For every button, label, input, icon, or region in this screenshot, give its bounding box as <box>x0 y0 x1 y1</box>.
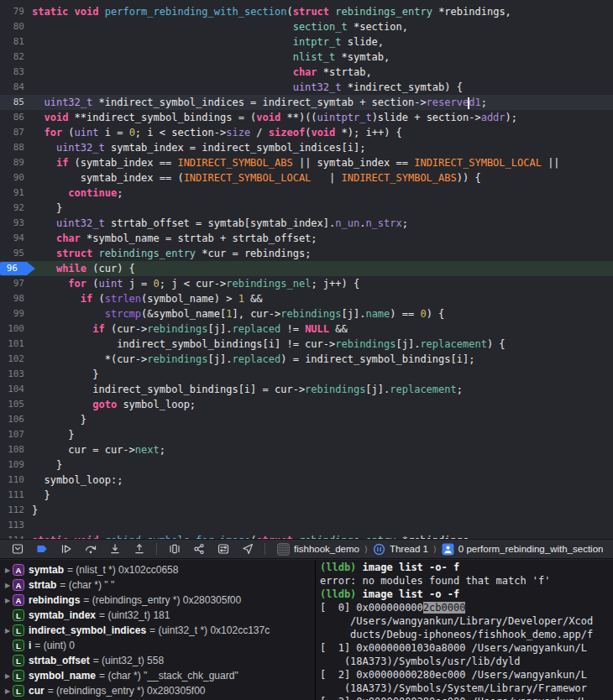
code-line-106[interactable]: 106 } <box>0 412 613 427</box>
code-line-90[interactable]: 90 symtab_index == (INDIRECT_SYMBOL_LOCA… <box>0 170 613 185</box>
line-number[interactable]: 103 <box>0 367 32 382</box>
code-line-92[interactable]: 92 } <box>0 201 613 216</box>
line-number[interactable]: 83 <box>0 65 32 80</box>
line-number[interactable]: 80 <box>0 19 32 34</box>
breakpoints-toggle-icon[interactable] <box>29 541 54 557</box>
line-number[interactable]: 98 <box>0 291 32 306</box>
line-number[interactable]: 114 <box>0 533 32 539</box>
code-line-111[interactable]: 111 } <box>0 488 613 503</box>
code-line-91[interactable]: 91 continue; <box>0 185 613 201</box>
code-line-83[interactable]: 83 char *strtab, <box>0 65 613 80</box>
line-number[interactable]: 86 <box>0 110 32 125</box>
code-line-93[interactable]: 93 uint32_t strtab_offset = symtab[symta… <box>0 216 613 231</box>
code-line-84[interactable]: 84 uint32_t *indirect_symtab) { <box>0 80 613 95</box>
code-line-104[interactable]: 104 indirect_symbol_bindings[i] = cur->r… <box>0 382 613 397</box>
code-line-89[interactable]: 89 if (symtab_index == INDIRECT_SYMBOL_A… <box>0 155 613 170</box>
step-into-icon[interactable] <box>102 541 127 557</box>
disclosure-triangle-icon[interactable]: ▶ <box>3 567 13 574</box>
line-number[interactable]: 110 <box>0 473 32 488</box>
variable-row-strtab_offset[interactable]: Lstrtab_offset= (uint32_t) 558 <box>0 653 315 668</box>
line-number[interactable]: 100 <box>0 321 32 337</box>
code-line-107[interactable]: 107 } <box>0 427 613 442</box>
line-number[interactable]: 85 <box>0 95 32 110</box>
code-line-88[interactable]: 88 uint32_t symtab_index = indirect_symb… <box>0 140 613 155</box>
line-number[interactable]: 104 <box>0 382 32 397</box>
line-number[interactable]: 81 <box>0 34 32 50</box>
line-number[interactable]: 93 <box>0 216 32 231</box>
code-line-108[interactable]: 108 cur = cur->next; <box>0 442 613 457</box>
variable-row-strtab[interactable]: ▶Astrtab= (char *) " " <box>0 577 315 593</box>
code-line-81[interactable]: 81 intptr_t slide, <box>0 34 613 50</box>
simulate-location-icon[interactable] <box>235 541 259 557</box>
line-number[interactable]: 96 <box>0 261 32 276</box>
line-number[interactable]: 97 <box>0 276 32 291</box>
disclosure-triangle-icon[interactable]: ▶ <box>3 582 13 589</box>
step-over-icon[interactable] <box>78 541 102 557</box>
line-number[interactable]: 95 <box>0 246 32 261</box>
line-number[interactable]: 84 <box>0 80 32 95</box>
code-line-105[interactable]: 105 goto symbol_loop; <box>0 397 613 412</box>
environment-overrides-icon[interactable] <box>211 541 235 557</box>
line-number[interactable]: 112 <box>0 503 32 518</box>
line-number[interactable]: 90 <box>0 170 32 185</box>
code-line-87[interactable]: 87 for (uint i = 0; i < section->size / … <box>0 125 613 140</box>
jump-bar-process[interactable]: fishhook_demo <box>294 544 359 554</box>
code-line-102[interactable]: 102 *(cur->rebindings[j].replaced) = ind… <box>0 352 613 367</box>
hide-debug-area-icon[interactable] <box>5 541 29 557</box>
code-line-99[interactable]: 99 strcmp(&symbol_name[1], cur->rebindin… <box>0 306 613 321</box>
line-number[interactable]: 108 <box>0 442 32 457</box>
app-icon[interactable] <box>277 543 290 556</box>
code-line-96[interactable]: 96 while (cur) { <box>0 261 613 276</box>
variable-row-symbol_name[interactable]: ▶Lsymbol_name= (char *) "__stack_chk_gua… <box>0 668 315 683</box>
variable-row-i[interactable]: Li= (uint) 0 <box>0 638 315 653</box>
code-line-103[interactable]: 103 } <box>0 367 613 382</box>
code-line-85[interactable]: 85 uint32_t *indirect_symbol_indices = i… <box>0 95 613 110</box>
variable-row-cur[interactable]: ▶Lcur= (rebindings_entry *) 0x280305f00 <box>0 683 315 698</box>
line-number[interactable]: 79 <box>0 4 32 19</box>
code-line-97[interactable]: 97 for (uint j = 0; j < cur->rebindings_… <box>0 276 613 291</box>
variable-row-indirect_symbol_indices[interactable]: ▶Lindirect_symbol_indices= (uint32_t *) … <box>0 623 315 638</box>
line-number[interactable]: 99 <box>0 306 32 321</box>
line-number[interactable]: 92 <box>0 201 32 216</box>
memory-graph-icon[interactable] <box>186 541 211 557</box>
continue-icon[interactable] <box>54 541 78 557</box>
line-number[interactable]: 111 <box>0 488 32 503</box>
code-line-95[interactable]: 95 struct rebindings_entry *cur = rebind… <box>0 246 613 261</box>
disclosure-triangle-icon[interactable]: ▶ <box>3 627 13 635</box>
disclosure-triangle-icon[interactable]: ▶ <box>3 672 13 680</box>
code-line-101[interactable]: 101 indirect_symbol_bindings[i] != cur->… <box>0 337 613 352</box>
lldb-console[interactable]: (lldb) image list -o- ferror: no modules… <box>316 560 613 700</box>
line-number[interactable]: 82 <box>0 50 32 65</box>
variable-row-symtab_index[interactable]: Lsymtab_index= (uint32_t) 181 <box>0 608 315 623</box>
code-line-112[interactable]: 112} <box>0 503 613 518</box>
variable-row-symtab[interactable]: ▶Asymtab= (nlist_t *) 0x102cc0658 <box>0 562 315 577</box>
code-line-82[interactable]: 82 nlist_t *symtab, <box>0 50 613 65</box>
code-line-80[interactable]: 80 section_t *section, <box>0 19 613 34</box>
line-number[interactable]: 87 <box>0 125 32 140</box>
breakpoint-marker[interactable] <box>0 262 35 275</box>
line-number[interactable]: 94 <box>0 231 32 246</box>
line-number[interactable]: 109 <box>0 457 32 473</box>
line-number[interactable]: 102 <box>0 352 32 367</box>
code-line-114[interactable]: 114static void rebind_symbols_for_image(… <box>0 533 613 539</box>
disclosure-triangle-icon[interactable]: ▶ <box>3 687 13 695</box>
code-line-110[interactable]: 110 symbol_loop:; <box>0 473 613 488</box>
line-number[interactable]: 88 <box>0 140 32 155</box>
line-number[interactable]: 105 <box>0 397 32 412</box>
step-out-icon[interactable] <box>127 541 151 557</box>
code-line-79[interactable]: 79static void perform_rebinding_with_sec… <box>0 4 613 19</box>
source-editor[interactable]: 7879static void perform_rebinding_with_s… <box>0 0 613 539</box>
code-line-109[interactable]: 109 } <box>0 457 613 473</box>
code-line-86[interactable]: 86 void **indirect_symbol_bindings = (vo… <box>0 110 613 125</box>
code-line-94[interactable]: 94 char *symbol_name = strtab + strtab_o… <box>0 231 613 246</box>
code-line-113[interactable]: 113 <box>0 518 613 533</box>
jump-bar-thread[interactable]: Thread 1 <box>390 544 428 554</box>
disclosure-triangle-icon[interactable]: ▶ <box>3 597 13 604</box>
variables-view[interactable]: ▶Asymtab= (nlist_t *) 0x102cc0658▶Astrta… <box>0 560 316 700</box>
line-number[interactable]: 91 <box>0 185 32 201</box>
code-line-98[interactable]: 98 if (strlen(symbol_name) > 1 && <box>0 291 613 306</box>
code-line-100[interactable]: 100 if (cur->rebindings[j].replaced != N… <box>0 321 613 337</box>
view-hierarchy-icon[interactable] <box>162 541 186 557</box>
line-number[interactable]: 113 <box>0 518 32 533</box>
line-number[interactable]: 106 <box>0 412 32 427</box>
